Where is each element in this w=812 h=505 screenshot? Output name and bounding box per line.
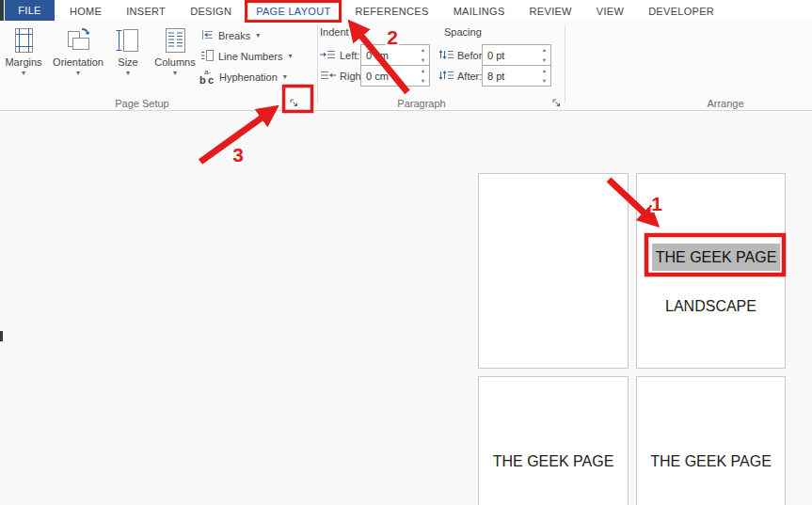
breaks-icon [199,28,215,43]
chevron-down-icon: ▾ [76,70,80,77]
tab-developer[interactable]: DEVELOPER [639,2,724,21]
paragraph-dialog-launcher[interactable] [550,96,563,108]
spacing-before-icon [438,47,454,64]
page-text[interactable]: THE GEEK PAGE [479,453,628,470]
spinner-down-icon: ▼ [538,55,550,66]
spinner-down-icon: ▼ [538,76,550,87]
group-paragraph: Indent Spacing Left: 0 cm ▲▼ Right: 0 cm… [318,21,565,111]
spacing-before-input[interactable]: 0 pt ▲▼ [482,44,551,66]
tab-home[interactable]: HOME [60,2,111,21]
tab-view[interactable]: VIEW [587,2,633,21]
indent-left-label: Left: [340,50,359,61]
size-icon [114,25,142,55]
spacing-before-spinner[interactable]: ▲▼ [538,45,550,65]
tab-references[interactable]: REFERENCES [345,2,438,21]
spacing-before-value: 0 pt [487,50,504,61]
indent-left-input[interactable]: 0 cm ▲▼ [360,44,430,66]
columns-label: Columns [154,56,195,68]
indent-left-spinner[interactable]: ▲▼ [417,45,429,65]
page-text[interactable]: LANDSCAPE [637,298,785,315]
columns-icon [161,25,189,55]
line-numbers-icon [199,49,215,64]
indent-right-value: 0 cm [366,71,389,82]
size-label: Size [118,56,137,68]
page-text[interactable]: THE GEEK PAGE [637,453,785,470]
orientation-icon [64,25,92,55]
line-numbers-label: Line Numbers [218,51,282,62]
tab-design[interactable]: DESIGN [181,2,241,21]
page-setup-dialog-launcher[interactable] [288,96,300,108]
spinner-up-icon: ▲ [538,45,550,55]
selected-text[interactable]: THE GEEK PAGE [652,244,780,271]
document-page-portrait[interactable]: THE GEEK PAGE PORTRAIT [478,173,629,369]
line-numbers-button[interactable]: Line Numbers ▾ [199,46,293,67]
indent-header: Indent [320,26,349,38]
hyphenation-icon: a- [199,71,215,84]
margins-icon [9,25,38,55]
spacing-after-label: After: [457,71,482,82]
step3-arrow [200,109,274,162]
chevron-down-icon: ▾ [256,32,260,39]
spacing-after-input[interactable]: 8 pt ▲▼ [482,65,551,87]
size-button[interactable]: Size ▾ [111,24,145,77]
group-arrange: Position ▾ Wrap Text▾ Bring Forward▾ [565,21,812,111]
spinner-up-icon: ▲ [417,66,429,76]
breaks-button[interactable]: Breaks ▾ [199,25,293,46]
spinner-up-icon: ▲ [417,45,429,55]
document-page-landscape[interactable]: THE GEEK PAGE LANDSCAPE [636,173,786,369]
columns-button[interactable]: Columns ▾ [151,24,199,77]
spinner-up-icon: ▲ [538,66,550,76]
window-edge-artifact [0,331,3,341]
indent-right-spinner[interactable]: ▲▼ [417,66,429,86]
spacing-header: Spacing [444,26,482,38]
tab-mailings[interactable]: MAILINGS [444,2,515,21]
margins-button[interactable]: Margins ▾ [2,24,45,77]
spacing-after-value: 8 pt [487,71,504,82]
chevron-down-icon: ▾ [126,70,130,77]
group-page-setup: Margins ▾ Orientation ▾ Size ▾ [0,21,317,111]
hyphenation-label: Hyphenation [219,71,278,83]
spinner-down-icon: ▼ [417,76,429,87]
group-label-page-setup: Page Setup [0,98,284,109]
margins-label: Margins [5,56,41,68]
document-page-bottom-left[interactable]: THE GEEK PAGE [478,376,629,505]
tab-page-layout[interactable]: PAGE LAYOUT [247,2,340,21]
chevron-down-icon: ▾ [173,70,177,77]
indent-right-input[interactable]: 0 cm ▲▼ [360,65,430,87]
indent-left-icon [320,47,336,64]
chevron-down-icon: ▾ [283,73,287,81]
tab-file[interactable]: FILE [5,0,55,21]
group-label-paragraph: Paragraph [318,98,525,109]
hyphenation-button[interactable]: a- Hyphenation ▾ [199,67,293,87]
window-edge [0,0,4,21]
spinner-down-icon: ▼ [417,55,429,66]
tab-review[interactable]: REVIEW [520,2,581,21]
indent-left-value: 0 cm [366,50,389,61]
ribbon: Margins ▾ Orientation ▾ Size ▾ [0,21,812,111]
tab-insert[interactable]: INSERT [117,2,175,21]
breaks-label: Breaks [218,30,250,41]
chevron-down-icon: ▾ [288,53,292,60]
chevron-down-icon: ▾ [22,70,25,77]
spacing-after-spinner[interactable]: ▲▼ [538,66,550,86]
ribbon-tab-bar: FILE HOME INSERT DESIGN PAGE LAYOUT REFE… [0,0,812,21]
step3-number: 3 [232,144,244,166]
spacing-after-icon [438,68,454,85]
orientation-label: Orientation [53,56,103,68]
indent-right-icon [320,68,336,85]
group-label-arrange: Arrange [639,98,812,109]
document-page-bottom-right[interactable]: THE GEEK PAGE [636,376,786,505]
orientation-button[interactable]: Orientation ▾ [51,24,105,77]
